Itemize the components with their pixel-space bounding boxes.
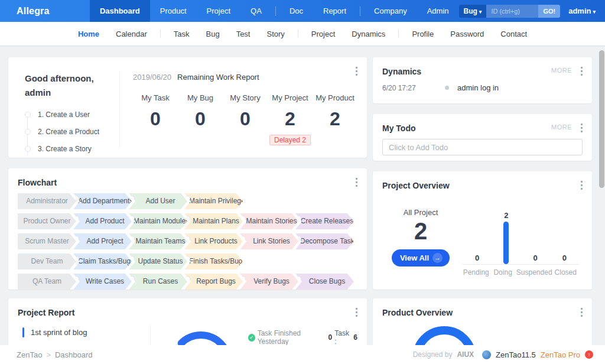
stat-label: My Bug [178,93,223,102]
flow-step[interactable]: Verify Bugs [240,274,298,290]
stat-value[interactable]: 2 [268,108,313,130]
subnav-item-profile[interactable]: Profile [404,30,442,38]
nav-item-report[interactable]: Report [313,0,356,22]
nav-item-dashboard[interactable]: Dashboard [90,0,150,22]
subnav-item-task[interactable]: Task [165,30,198,38]
step-create-user[interactable]: 1. Create a User [25,109,119,126]
subnav-item-contact[interactable]: Contact [492,30,535,38]
more-link[interactable]: MORE [551,124,572,131]
subnav-item-dynamics[interactable]: Dynamics [343,30,393,38]
flow-role: Administrator [18,193,76,209]
flow-step[interactable]: Update Status [129,254,187,269]
subnav-item-bug[interactable]: Bug [198,30,228,38]
entry-time: 6/20 17:27 [382,84,434,92]
nav-item-product[interactable]: Product [150,0,197,22]
stat-label: My Task [133,93,178,102]
flow-row-product-owner: Product Owner Add Product Maintain Modul… [18,213,357,229]
navbar-right: Bug▾ GO! admin▾ [459,0,605,22]
flow-role: Scrum Master [18,233,76,249]
designer-name[interactable]: AIUX [457,350,474,359]
nav-item-company[interactable]: Company [364,0,417,22]
search-input[interactable] [486,5,538,18]
subnav-item-home[interactable]: Home [70,30,108,38]
flowchart-panel: Flowchart Administrator Add Departments … [8,168,367,290]
my-todo-panel: MORE My Todo [373,114,592,161]
sprint-item[interactable]: 1st sprint of blog [18,324,150,340]
top-navbar: Allegra Dashboard Product Project QA Doc… [0,0,605,22]
flow-step[interactable]: Add Departments [73,193,132,209]
flow-step[interactable]: Maintain Modules [129,213,187,229]
app-logo[interactable]: Allegra [0,0,90,22]
upgrade-icon[interactable]: ↑ [585,350,593,359]
flow-step[interactable]: Report Bugs [184,274,243,290]
all-project-value: 2 [382,218,459,245]
stat-label: My Story [223,93,268,102]
entry-text[interactable]: admin log in [457,83,499,92]
subnav-item-calendar[interactable]: Calendar [108,30,155,38]
bar[interactable] [503,222,509,264]
step-create-product[interactable]: 2. Create a Product [25,126,119,144]
stat-my-task: My Task 0 [133,93,178,145]
subnav-item-project[interactable]: Project [303,30,343,38]
flow-row-dev-team: Dev Team Claim Tasks/Bugs Update Status … [18,254,357,269]
greeting-line2: admin [25,86,119,100]
kebab-menu-icon[interactable] [354,66,359,77]
stat-my-product: My Product 2 [313,93,357,145]
stat-value[interactable]: 0 [223,108,268,130]
kebab-menu-icon[interactable] [354,307,359,318]
dynamics-panel: MORE Dynamics 6/20 17:27 admin log in [373,57,592,103]
zentao-pro-link[interactable]: ZenTao Pro [541,350,580,359]
search-type-label: Bug [464,7,477,15]
kebab-menu-icon[interactable] [354,177,359,188]
user-menu[interactable]: admin▾ [568,6,596,15]
flow-step[interactable]: Add Project [73,233,132,249]
zentao-version[interactable]: ZenTao11.5 [496,350,536,359]
flow-step[interactable]: Decompose Tasks [295,233,354,249]
flow-step[interactable]: Write Cases [73,274,132,290]
stat-label: My Product [313,93,357,102]
kebab-menu-icon[interactable] [580,180,584,191]
breadcrumb-page[interactable]: Dashboard [55,350,93,359]
flow-step[interactable]: Run Cases [129,274,187,290]
nav-item-qa[interactable]: QA [240,0,272,22]
flow-step[interactable]: Finish Tasks/Bugs [184,254,243,269]
nav-item-admin[interactable]: Admin [417,0,459,22]
stat-value[interactable]: 0 [178,108,223,130]
nav-item-project[interactable]: Project [197,0,240,22]
add-todo-input[interactable] [382,139,583,155]
bar-col-doing: 2 [492,208,521,264]
subnav-item-password[interactable]: Password [442,30,492,38]
search-go-button[interactable]: GO! [538,5,560,18]
dynamics-entry: 6/20 17:27 admin log in [382,83,583,92]
stat-value[interactable]: 0 [133,108,178,130]
kebab-menu-icon[interactable] [580,307,584,318]
subnav-item-story[interactable]: Story [258,30,292,38]
flow-step[interactable]: Close Bugs [295,274,354,290]
flow-step[interactable]: Add Product [73,213,132,229]
flow-step[interactable]: Maintain Stories [240,213,298,229]
right-column: MORE Dynamics 6/20 17:27 admin log in MO… [373,57,592,364]
flow-step[interactable]: Claim Tasks/Bugs [73,254,132,269]
flow-step[interactable]: Add User [129,193,187,209]
flow-step[interactable]: Create Releases [295,213,354,229]
stat-value[interactable]: 2 [313,108,357,130]
more-link[interactable]: MORE [551,67,572,74]
subnav-separator [160,30,161,38]
caret-down-icon: ▾ [479,9,482,15]
flow-step[interactable]: Maintain Privileges [184,193,243,209]
subnav-item-test[interactable]: Test [228,30,259,38]
flow-step[interactable]: Maintain Teams [129,233,187,249]
view-all-button[interactable]: View All → [392,249,450,266]
vertical-scrollbar[interactable] [599,50,604,188]
panel-title: Project Report [18,308,357,317]
flow-step[interactable]: Maintain Plans [184,213,243,229]
search-type-dropdown[interactable]: Bug▾ [459,5,487,18]
step-create-story[interactable]: 3. Create a Story [25,144,119,161]
flow-step[interactable]: Link Products [184,233,243,249]
bar-label-doing: Doing [489,268,516,277]
kebab-menu-icon[interactable] [580,66,584,77]
kebab-menu-icon[interactable] [580,122,584,134]
breadcrumb-site[interactable]: ZenTao [17,350,42,359]
nav-item-doc[interactable]: Doc [279,0,313,22]
flow-step[interactable]: Link Stories [240,233,298,249]
